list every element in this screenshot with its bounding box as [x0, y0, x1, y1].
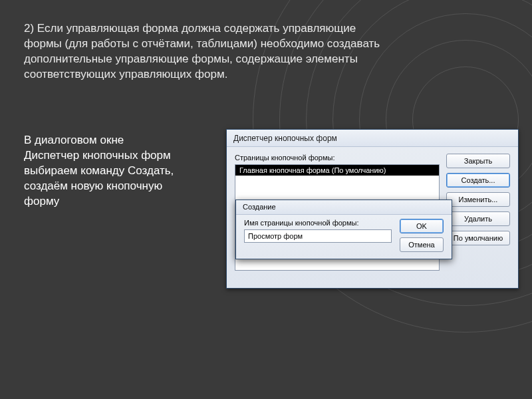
- delete-button[interactable]: Удалить: [446, 211, 510, 226]
- create-button[interactable]: Создать...: [446, 173, 510, 188]
- list-label: Страницы кнопочной формы:: [235, 154, 440, 162]
- page-name-input[interactable]: [244, 229, 392, 243]
- default-button[interactable]: По умолчанию: [446, 231, 510, 245]
- cancel-button[interactable]: Отмена: [400, 237, 444, 252]
- list-item[interactable]: Главная кнопочная форма (По умолчанию): [235, 165, 439, 176]
- name-label: Имя страницы кнопочной формы:: [244, 219, 392, 227]
- ok-button[interactable]: OK: [400, 219, 444, 233]
- dialog-title: Создание: [236, 200, 452, 215]
- slide-side-text: В диалоговом окне Диспетчер кнопочных фо…: [24, 133, 177, 209]
- slide-body-text: 2) Если управляющая форма должна содержа…: [24, 21, 396, 82]
- create-dialog: Создание Имя страницы кнопочной формы: O…: [235, 200, 452, 259]
- close-button[interactable]: Закрыть: [446, 154, 510, 168]
- edit-button[interactable]: Изменить...: [446, 192, 510, 207]
- window-title: Диспетчер кнопочных форм: [227, 130, 518, 147]
